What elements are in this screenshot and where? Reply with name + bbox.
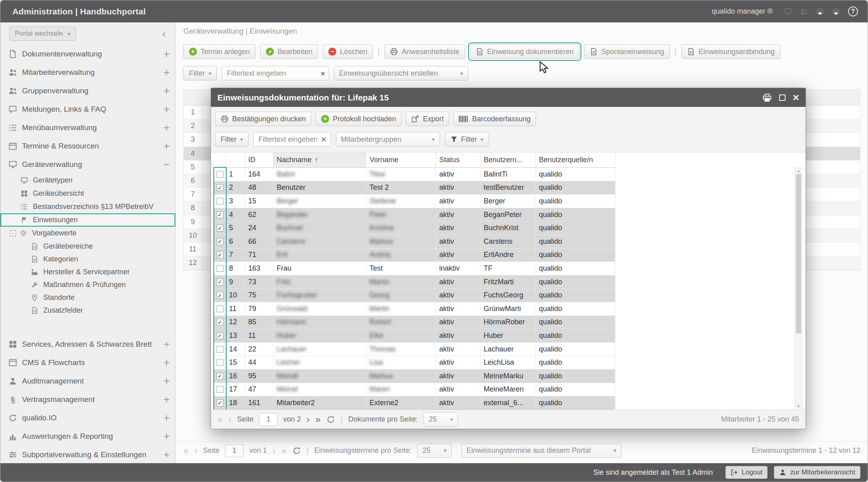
bearbeiten-button[interactable]: Bearbeiten [260,44,318,59]
table-row[interactable]: ✓462BeganderPeteraktivBeganPeterqualido [214,208,615,222]
row-checkbox[interactable] [217,171,223,178]
expand-icon[interactable]: + [163,86,170,96]
table-row[interactable]: 1179GrünwaldMartinaktivGrünwMartiqualido [214,302,615,316]
overview-select[interactable]: Einweisungsübersicht erstellen ▾ [334,66,468,80]
sidebar-item-bestandsverzeichnis-13-mpbetreibv[interactable]: Bestandsverzeichnis §13 MPBetreibV [0,200,175,213]
table-row[interactable]: ✓1075FuchsgruberGeorgaktivFuchsGeorgqual… [214,289,615,302]
table-row[interactable]: ✓1695MeindlMarkusaktivMeineMarkuqualido [214,370,615,383]
anwesenheitsliste-button[interactable]: Anwesenheitsliste [384,44,465,59]
row-checkbox[interactable]: ✓ [217,225,223,231]
first-page-icon[interactable]: « [183,446,189,456]
filtertext-input[interactable] [222,66,329,80]
maximize-icon[interactable] [779,94,786,101]
row-checkbox[interactable]: ✓ [217,373,223,380]
export-button[interactable]: Export [406,112,449,126]
expand-icon[interactable]: + [163,104,170,115]
sidebar-item-massnahmen-pruefungen[interactable]: Maßnahmen & Prüfungen [0,278,175,291]
sidebar-item-mitarbeiterverwaltung[interactable]: Mitarbeiterverwaltung+ [0,63,175,82]
expand-icon[interactable]: + [163,413,170,424]
expand-icon[interactable]: + [163,49,170,60]
spontaneinweisung-button[interactable]: Spontaneinweisung [584,44,670,59]
sidebar-item-zusatzfelder[interactable]: Zusatzfelder [0,304,175,317]
sidebar-item-qualido-io[interactable]: qualido.IO+ [0,409,175,427]
table-row[interactable]: ✓248BenutzerTest 2aktivtestBenutzerquali… [214,181,615,195]
vertical-scrollbar[interactable]: ▲ ▼ [795,167,802,410]
row-checkbox[interactable] [217,198,223,205]
mitarbeitergruppen-select[interactable]: Mitarbeitergruppen ▾ [336,132,440,147]
row-checkbox[interactable]: ✓ [217,211,223,218]
sidebar-item-cms-flowcharts[interactable]: CMS & Flowcharts+ [0,353,175,372]
sidebar-item-hersteller-servicepartner[interactable]: Hersteller & Servicepartner [0,265,175,278]
prev-page-icon[interactable]: ‹ [228,415,231,424]
collapse-icon[interactable]: − [163,159,170,170]
sidebar-collapse-icon[interactable]: ‹ [158,28,170,39]
row-checkbox[interactable]: ✓ [217,184,223,191]
loeschen-button[interactable]: −Löschen [323,44,373,59]
expand-icon[interactable]: + [163,431,170,442]
sidebar-item-services-adressen-schwarzes-brett[interactable]: Services, Adressen & Schwarzes Brett+ [0,335,175,353]
clear-filter-icon[interactable]: × [320,70,325,77]
refresh-icon[interactable] [326,415,335,424]
column-header-status[interactable]: Status [436,153,480,167]
bestaetigungen-drucken-button[interactable]: Bestätigungen drucken [215,112,311,126]
row-checkbox[interactable] [217,265,223,272]
table-row[interactable]: 1164BalintTiboraktivBalintTiqualido [214,168,615,181]
print-icon[interactable] [762,93,772,102]
termin-anlegen-button[interactable]: +Termin anlegen [183,44,255,59]
portal-scope-select[interactable]: Einweisungstermine aus diesem Portal ▾ [461,444,621,458]
page-input[interactable] [259,413,277,426]
expand-icon[interactable]: + [163,123,170,133]
expand-icon[interactable]: + [163,357,170,368]
expand-icon[interactable]: + [163,376,170,387]
logout-button[interactable]: Logout [725,466,768,479]
advanced-filter-button[interactable]: Filter ▾ [445,132,489,147]
row-checkbox[interactable] [217,305,223,312]
table-row[interactable]: 1422LachauerThomasaktivLachauerqualido [214,343,615,356]
prev-page-icon[interactable]: ‹ [194,446,197,456]
sidebar-item-vorgabewerte[interactable]: −Vorgabewerte [0,227,175,240]
last-page-icon[interactable]: » [315,415,320,424]
sidebar-item-geraetetypen[interactable]: Gerätetypen [0,174,175,187]
sidebar-item-auditmanagement[interactable]: Auditmanagement+ [0,372,175,390]
row-checkbox[interactable]: ✓ [217,251,223,258]
expand-icon[interactable]: + [163,141,170,152]
sidebar-item-vertragsmanagement[interactable]: §Vertragsmanagement+ [0,390,175,409]
protokoll-hochladen-button[interactable]: +Protokoll hochladen [315,112,402,126]
sidebar-item-geraetebereiche[interactable]: Gerätebereiche [0,240,175,253]
table-row[interactable]: 1747MeinelMarenaktivMeineMarenqualido [214,383,615,397]
table-row[interactable]: ✓771ErtlAndrejaktivErtlAndrequalido [214,249,615,262]
first-page-icon[interactable]: « [217,415,223,424]
next-page-icon[interactable]: › [272,446,275,456]
row-checkbox[interactable] [217,346,223,353]
column-header-benutzerquelle-n[interactable]: Benutzerquelle/n [536,153,615,167]
close-icon[interactable]: × [793,92,799,103]
sidebar-item-standorte[interactable]: Standorte [0,291,175,304]
sidebar-item-menuebaumverwaltung[interactable]: Menübaumverwaltung+ [0,118,175,137]
column-header-benutzern[interactable]: Benutzern... [480,153,536,167]
next-page-icon[interactable]: › [306,415,309,424]
row-checkbox[interactable]: ✓ [217,279,223,285]
row-checkbox[interactable]: ✓ [217,400,223,406]
row-checkbox[interactable]: ✓ [217,319,223,325]
row-checkbox[interactable] [217,386,223,393]
sidebar-item-auswertungen-reporting[interactable]: Auswertungen & Reporting+ [0,427,175,446]
scroll-up-icon[interactable]: ▲ [795,169,802,173]
expand-icon[interactable]: + [163,450,170,460]
row-checkbox[interactable]: ✓ [217,332,223,339]
scrollbar-thumb[interactable] [796,174,801,333]
switch-to-employee-view-button[interactable]: zur Mitarbeiteransicht [774,466,860,479]
expand-icon[interactable]: + [163,67,170,78]
filtertext-input[interactable] [253,132,331,147]
row-checkbox[interactable]: ✓ [217,292,223,299]
table-row[interactable]: ✓1311HuberElkeaktivHuberqualido [214,329,615,343]
sidebar-item-termine-ressourcen[interactable]: Termine & Ressourcen+ [0,137,175,155]
column-header-vorname[interactable]: Vorname [366,153,436,167]
page-input[interactable] [225,444,243,457]
column-header-id[interactable]: ID [245,153,273,167]
sidebar-item-einweisungen[interactable]: Einweisungen [0,213,175,227]
sidebar-item-kategorien[interactable]: Kategorien [0,253,175,265]
table-row[interactable]: ✓973FritzMartinaktivFritzMartiqualido [214,275,615,289]
table-row[interactable]: ✓18161Mitarbeiter2Externe2aktivexternal_… [214,396,615,410]
per-page-select[interactable]: 25 ▾ [417,444,452,458]
table-row[interactable]: ✓524BuchnerKristinaaktivBuchnKristqualid… [214,221,615,235]
